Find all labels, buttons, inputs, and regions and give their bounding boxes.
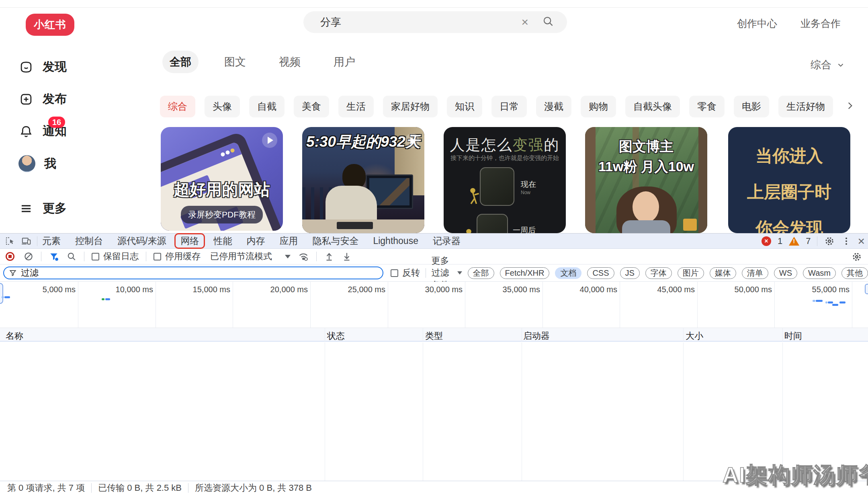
devtools-tab-application[interactable]: 应用 (279, 235, 298, 247)
note-card-get-stronger[interactable]: 人是怎么变强的 接下来的十分钟，也许就是你变强的开始 现在Now 一周后One … (444, 127, 566, 233)
filter-chip-media[interactable]: 媒体 (710, 267, 736, 279)
chip-manjie[interactable]: 漫截 (536, 96, 571, 117)
filter-funnel-icon[interactable] (49, 251, 59, 262)
disable-cache-checkbox[interactable] (154, 253, 161, 260)
search-input[interactable]: 分享 (320, 15, 521, 29)
search-bar[interactable]: 分享 × (303, 11, 567, 33)
throttling-dropdown[interactable]: 已停用节流模式 (210, 250, 291, 262)
devtools-tab-memory[interactable]: 内存 (246, 235, 265, 247)
note-card-early-riser[interactable]: 5:30早起的932天 (302, 127, 424, 233)
devtools-tab-recorder[interactable]: 记录器 (433, 235, 461, 247)
chip-touxiang[interactable]: 头像 (205, 96, 240, 117)
inspect-element-icon[interactable] (5, 236, 15, 246)
filter-chip-other[interactable]: 其他 (841, 267, 868, 279)
filter-input[interactable]: 过滤 (3, 266, 383, 279)
preserve-log-checkbox[interactable] (92, 253, 99, 260)
tab-image-text[interactable]: 图文 (217, 51, 253, 73)
menu-icon (18, 201, 34, 216)
chip-zonghe[interactable]: 综合 (160, 96, 195, 117)
filter-chip-all[interactable]: 全部 (468, 267, 494, 279)
filter-chip-ws[interactable]: WS (774, 267, 797, 279)
filter-chip-fetch-xhr[interactable]: Fetch/XHR (500, 267, 550, 279)
network-conditions-icon[interactable] (298, 251, 309, 262)
devtools-tab-lighthouse[interactable]: Lighthouse (373, 236, 418, 246)
filter-chip-font[interactable]: 字体 (645, 267, 672, 279)
tab-video[interactable]: 视频 (272, 51, 308, 73)
chip-jiajuhaowu[interactable]: 家居好物 (383, 96, 438, 117)
kebab-menu-icon[interactable] (841, 236, 851, 246)
col-initiator[interactable]: 启动器 (523, 330, 550, 342)
network-overview-timeline[interactable]: 5,000 ms 10,000 ms 15,000 ms 20,000 ms 2… (0, 282, 868, 328)
note-card-website-tools[interactable]: 超好用的网站 录屏秒变PDF教程 (161, 127, 283, 231)
col-size[interactable]: 大小 (686, 330, 703, 342)
person-top (622, 220, 670, 233)
sidebar-item-more[interactable]: 更多 (18, 200, 67, 217)
filter-chip-css[interactable]: CSS (587, 267, 614, 279)
settings-gear-icon[interactable] (824, 236, 835, 247)
home-icon (18, 59, 34, 75)
sidebar-item-me[interactable]: 我 (18, 155, 56, 172)
chip-zijie[interactable]: 自截 (249, 96, 285, 117)
result-tabs: 全部 图文 视频 用户 (162, 51, 362, 72)
chip-meishi[interactable]: 美食 (294, 96, 329, 117)
chip-shenghuohaowu[interactable]: 生活好物 (778, 96, 833, 117)
devtools-tab-elements[interactable]: 元素 (42, 235, 61, 247)
request-table-body[interactable] (0, 342, 868, 481)
col-type[interactable]: 类型 (425, 330, 443, 342)
disable-cache-toggle[interactable]: 停用缓存 (154, 250, 201, 262)
funnel-icon (9, 269, 17, 277)
filter-chip-manifest[interactable]: 清单 (742, 267, 768, 279)
chip-zijietouxiang[interactable]: 自截头像 (625, 96, 680, 117)
note-card-blogger[interactable]: 图文博主 11w粉 月入10w (585, 127, 707, 233)
tab-all[interactable]: 全部 (162, 51, 199, 73)
devtools-tab-performance[interactable]: 性能 (213, 235, 232, 247)
clear-search-icon[interactable]: × (521, 15, 528, 29)
chip-shenghuo[interactable]: 生活 (338, 96, 374, 117)
close-devtools-icon[interactable]: × (858, 235, 865, 247)
sidebar-item-publish[interactable]: 发布 (18, 91, 67, 107)
import-har-icon[interactable] (324, 251, 334, 262)
note-card-upper-circle[interactable]: 当你进入 上层圈子时 你会发现 (728, 127, 850, 233)
device-toolbar-icon[interactable] (21, 236, 31, 246)
search-icon[interactable] (542, 15, 554, 29)
creator-center-link[interactable]: 创作中心 (737, 17, 777, 30)
tab-user[interactable]: 用户 (326, 51, 362, 73)
filter-chip-img[interactable]: 图片 (678, 267, 704, 279)
chip-gouwu[interactable]: 购物 (581, 96, 616, 117)
error-icon[interactable]: × (762, 236, 771, 246)
chip-dianying[interactable]: 电影 (734, 96, 769, 117)
col-time[interactable]: 时间 (784, 330, 802, 342)
devtools-tab-sources[interactable]: 源代码/来源 (117, 235, 166, 247)
timeline-activity-bar (828, 301, 833, 303)
filter-chip-js[interactable]: JS (620, 267, 640, 279)
clear-icon[interactable] (23, 251, 34, 262)
col-name[interactable]: 名称 (6, 330, 23, 342)
warning-icon[interactable] (789, 237, 799, 246)
export-har-icon[interactable] (342, 251, 352, 262)
timeline-activity-bar (105, 298, 110, 300)
error-count[interactable]: 1 (778, 236, 782, 246)
chevron-right-icon[interactable] (845, 100, 855, 113)
sidebar-item-notifications[interactable]: 16 通知 (18, 123, 67, 139)
chip-lingshi[interactable]: 零食 (689, 96, 725, 117)
filter-chip-wasm[interactable]: Wasm (803, 267, 836, 279)
divider (146, 252, 146, 261)
search-icon[interactable] (66, 251, 77, 262)
chip-richang[interactable]: 日常 (491, 96, 527, 117)
invert-filter-toggle[interactable]: 反转 (391, 267, 420, 279)
invert-checkbox[interactable] (391, 269, 398, 277)
filter-chip-doc[interactable]: 文档 (555, 267, 581, 279)
sort-dropdown[interactable]: 综合 (811, 58, 845, 72)
devtools-tab-network[interactable]: 网络 (174, 233, 205, 249)
sidebar-item-discover[interactable]: 发现 (18, 59, 67, 75)
record-icon[interactable] (6, 252, 14, 261)
devtools-tab-console[interactable]: 控制台 (75, 235, 103, 247)
preserve-log-toggle[interactable]: 保留日志 (92, 250, 139, 262)
warning-count[interactable]: 7 (806, 236, 811, 246)
xiaohongshu-logo[interactable]: 小红书 (26, 14, 74, 36)
col-status[interactable]: 状态 (327, 330, 345, 342)
business-link[interactable]: 业务合作 (800, 17, 841, 30)
devtools-tab-privacy[interactable]: 隐私与安全 (312, 235, 358, 247)
card-badge: 录屏秒变PDF教程 (181, 206, 263, 223)
chip-zhishi[interactable]: 知识 (447, 96, 482, 117)
